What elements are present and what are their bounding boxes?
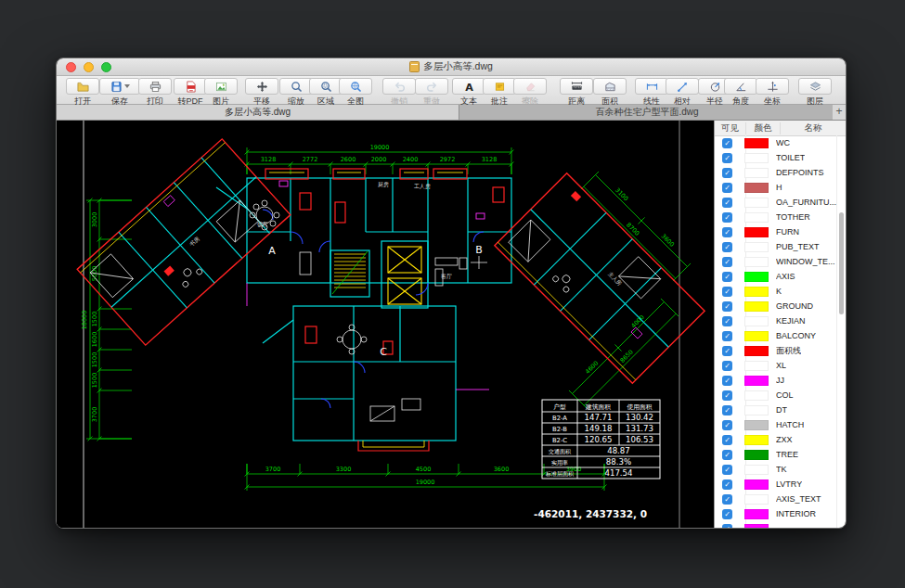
layer-row[interactable]: ✓OA_FURNITU... [715, 195, 846, 210]
layer-color-swatch[interactable] [744, 450, 769, 460]
layer-color-swatch[interactable] [744, 287, 769, 297]
layer-color-swatch[interactable] [744, 524, 769, 530]
layer-visible-checkbox[interactable]: ✓ [722, 361, 732, 371]
layer-color-swatch[interactable] [744, 242, 769, 252]
toolbar-open-button[interactable]: 打开 [66, 78, 99, 108]
layer-visible-checkbox[interactable]: ✓ [722, 450, 732, 460]
layer-visible-checkbox[interactable]: ✓ [722, 272, 732, 282]
layer-color-swatch[interactable] [744, 390, 769, 401]
layer-visible-checkbox[interactable]: ✓ [722, 405, 732, 415]
layer-visible-checkbox[interactable]: ✓ [722, 301, 732, 312]
layer-color-swatch[interactable] [744, 494, 769, 505]
layer-row[interactable]: ✓ [715, 521, 846, 529]
titlebar[interactable]: 多层小高等.dwg [57, 58, 846, 76]
layer-color-swatch[interactable] [744, 301, 769, 312]
layer-row[interactable]: ✓XL [715, 358, 846, 373]
layer-color-swatch[interactable] [744, 316, 769, 326]
layer-color-swatch[interactable] [744, 465, 769, 475]
layer-visible-checkbox[interactable]: ✓ [722, 198, 732, 208]
layer-visible-checkbox[interactable]: ✓ [722, 331, 732, 341]
toolbar-zoom-button[interactable]: 缩放 [279, 78, 313, 108]
toolbar-image-button[interactable]: 图片 [204, 78, 238, 108]
layer-row[interactable]: ✓DEFPOINTS [715, 165, 846, 180]
layer-row[interactable]: ✓WC [715, 135, 846, 150]
layer-row[interactable]: ✓H [715, 180, 846, 195]
layer-visible-checkbox[interactable]: ✓ [722, 420, 732, 430]
layer-row[interactable]: ✓TREE [715, 447, 846, 462]
layer-row[interactable]: ✓COL [715, 388, 846, 403]
toolbar-linear-button[interactable]: 线性 [635, 78, 668, 108]
panel-scrollbar[interactable] [839, 212, 844, 314]
tab-inactive-document[interactable]: 百余种住宅户型平面.dwg [459, 105, 835, 120]
layer-color-swatch[interactable] [744, 509, 769, 519]
new-tab-button[interactable]: + [833, 105, 846, 120]
layer-row[interactable]: ✓JJ [715, 373, 846, 388]
layer-row[interactable]: ✓K [715, 284, 846, 299]
layer-visible-checkbox[interactable]: ✓ [722, 509, 732, 519]
layer-color-swatch[interactable] [744, 198, 769, 208]
layer-visible-checkbox[interactable]: ✓ [722, 227, 732, 237]
layer-color-swatch[interactable] [744, 257, 769, 267]
layer-color-swatch[interactable] [744, 435, 769, 445]
layer-visible-checkbox[interactable]: ✓ [722, 435, 732, 445]
toolbar-area-button[interactable]: 面积 [593, 78, 627, 108]
layer-visible-checkbox[interactable]: ✓ [722, 183, 732, 193]
layer-visible-checkbox[interactable]: ✓ [722, 257, 732, 267]
layer-color-swatch[interactable] [744, 479, 769, 490]
layer-color-swatch[interactable] [744, 272, 769, 282]
layer-color-swatch[interactable] [744, 331, 769, 341]
layer-visible-checkbox[interactable]: ✓ [722, 242, 732, 252]
layer-visible-checkbox[interactable]: ✓ [722, 153, 732, 163]
layer-row[interactable]: ✓KEJIAN [715, 313, 846, 328]
tab-active-document[interactable]: 多层小高等.dwg [57, 105, 459, 120]
toolbar-print-button[interactable]: 打印 [138, 78, 172, 108]
layer-visible-checkbox[interactable]: ✓ [722, 494, 732, 505]
layer-visible-checkbox[interactable]: ✓ [722, 346, 732, 356]
layer-row[interactable]: ✓AXIS [715, 269, 846, 284]
layer-color-swatch[interactable] [744, 168, 769, 178]
layer-visible-checkbox[interactable]: ✓ [722, 316, 732, 326]
toolbar-distance-button[interactable]: 距离 [560, 78, 593, 108]
layer-row[interactable]: ✓GROUND [715, 299, 846, 313]
layer-visible-checkbox[interactable]: ✓ [722, 376, 732, 386]
toolbar-layers-button[interactable]: 图层 [798, 78, 832, 108]
chevron-down-icon[interactable] [124, 84, 130, 88]
layer-row[interactable]: ✓TK [715, 462, 846, 477]
layer-color-swatch[interactable] [744, 405, 769, 415]
layer-color-swatch[interactable] [744, 153, 769, 163]
layer-color-swatch[interactable] [744, 420, 769, 430]
toolbar-save-button[interactable]: 保存 [99, 78, 140, 108]
toolbar-relative-button[interactable]: 相对 [666, 78, 699, 108]
layer-visible-checkbox[interactable]: ✓ [722, 479, 732, 490]
layer-color-swatch[interactable] [744, 183, 769, 193]
toolbar-coordinate-button[interactable]: 坐标 [756, 78, 789, 108]
layer-visible-checkbox[interactable]: ✓ [722, 138, 732, 148]
layer-color-swatch[interactable] [744, 138, 769, 148]
layer-row[interactable]: ✓WINDOW_TE... [715, 254, 846, 269]
layer-color-swatch[interactable] [744, 346, 769, 356]
layer-row[interactable]: ✓LVTRY [715, 477, 846, 492]
layer-row[interactable]: ✓ZXX [715, 432, 846, 447]
layer-row[interactable]: ✓BALCONY [715, 328, 846, 343]
layer-visible-checkbox[interactable]: ✓ [722, 212, 732, 223]
toolbar-pdf-button[interactable]: 转PDF [174, 78, 207, 108]
layer-color-swatch[interactable] [744, 227, 769, 237]
layer-color-swatch[interactable] [744, 376, 769, 386]
layer-visible-checkbox[interactable]: ✓ [722, 168, 732, 178]
layer-row[interactable]: ✓FURN [715, 224, 846, 239]
layer-row[interactable]: ✓DT [715, 403, 846, 417]
layer-row[interactable]: ✓TOTHER [715, 210, 846, 224]
layer-color-swatch[interactable] [744, 212, 769, 223]
layer-visible-checkbox[interactable]: ✓ [722, 524, 732, 530]
drawing-canvas[interactable]: 19000 19000 18000 8700 31003600 8650 460… [57, 121, 714, 529]
layer-visible-checkbox[interactable]: ✓ [722, 465, 732, 475]
layer-row[interactable]: ✓INTERIOR [715, 506, 846, 521]
layer-visible-checkbox[interactable]: ✓ [722, 287, 732, 297]
toolbar-angle-button[interactable]: 角度 [724, 78, 757, 108]
toolbar-note-button[interactable]: 批注 [483, 78, 516, 108]
layer-row[interactable]: ✓AXIS_TEXT [715, 492, 846, 506]
layer-visible-checkbox[interactable]: ✓ [722, 390, 732, 401]
toolbar-pan-button[interactable]: 平移 [245, 78, 278, 108]
toolbar-zoom-all-button[interactable]: 全图 [339, 78, 372, 108]
toolbar-zoom-area-button[interactable]: 区域 [309, 78, 343, 108]
